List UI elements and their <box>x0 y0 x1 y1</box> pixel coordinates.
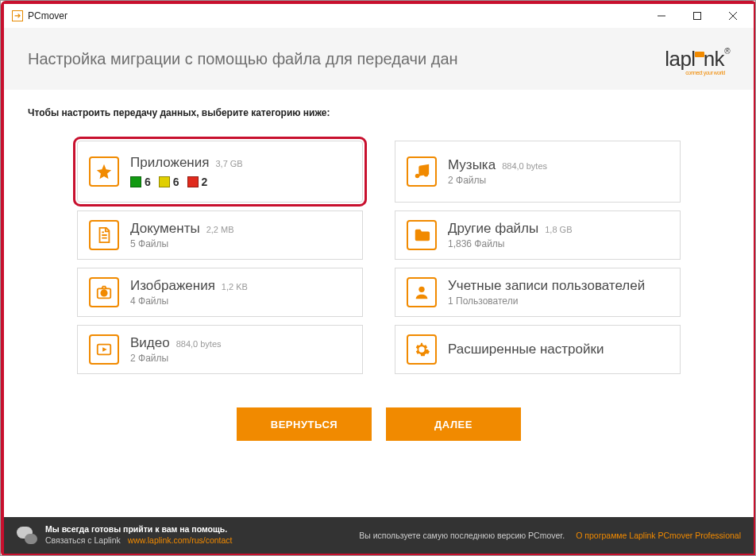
card-title: Расширенные настройки <box>448 342 604 357</box>
footer: Мы всегда готовы прийти к вам на помощь.… <box>4 517 754 554</box>
card-title: Музыка <box>448 157 496 173</box>
document-icon <box>89 220 119 250</box>
maximize-button[interactable] <box>679 5 715 27</box>
user-icon <box>407 277 437 307</box>
card-other-files[interactable]: Другие файлы 1,8 GB 1,836 Файлы <box>395 210 681 260</box>
badge-red-icon <box>187 176 199 187</box>
card-applications[interactable]: Приложения 3,7 GB 6 6 2 <box>77 141 363 203</box>
card-subtitle: 2 Файлы <box>448 175 547 186</box>
window-controls <box>643 5 750 27</box>
card-title: Учетные записи пользователей <box>448 278 645 294</box>
badge-green-icon <box>130 176 141 187</box>
music-icon <box>407 156 437 187</box>
badge-yellow-icon <box>159 176 170 187</box>
card-subtitle: 4 Файлы <box>130 295 248 307</box>
app-icon: ➔ <box>12 10 23 21</box>
card-subtitle: 2 Файлы <box>130 353 222 364</box>
card-user-accounts[interactable]: Учетные записи пользователей 1 Пользоват… <box>395 268 681 317</box>
play-icon <box>89 334 119 365</box>
page-title: Настройка миграции с помощью файла для п… <box>28 50 458 68</box>
header: Настройка миграции с помощью файла для п… <box>4 28 754 90</box>
logo-dot-icon <box>699 52 704 57</box>
footer-help-title: Мы всегда готовы прийти к вам на помощь. <box>45 524 233 535</box>
content-area: Чтобы настроить передачу данных, выберит… <box>4 90 754 517</box>
card-title: Приложения <box>130 155 209 171</box>
card-music[interactable]: Музыка 884,0 bytes 2 Файлы <box>395 141 681 203</box>
about-link[interactable]: О программе Laplink PCmover Professional <box>576 531 741 540</box>
card-documents[interactable]: Документы 2,2 MB 5 Файлы <box>77 210 363 260</box>
camera-icon <box>89 277 119 307</box>
minimize-button[interactable] <box>643 5 679 27</box>
category-grid: Приложения 3,7 GB 6 6 2 Музыка 884,0 byt… <box>77 141 681 374</box>
contact-link[interactable]: www.laplink.com/rus/contact <box>128 535 233 545</box>
card-title: Видео <box>130 335 170 351</box>
next-button[interactable]: ДАЛЕЕ <box>386 407 521 441</box>
star-icon <box>89 156 119 187</box>
svg-point-6 <box>418 287 424 292</box>
card-subtitle: 1,836 Файлы <box>448 238 572 249</box>
laplink-logo: laplnk® connect your world <box>665 47 730 71</box>
card-title: Документы <box>130 221 200 237</box>
folder-icon <box>407 220 437 250</box>
titlebar: ➔ PCmover <box>4 4 754 28</box>
chat-icon <box>17 525 37 546</box>
card-size: 2,2 MB <box>206 225 234 234</box>
button-row: ВЕРНУТЬСЯ ДАЛЕЕ <box>28 407 730 441</box>
footer-contact: Связаться с Laplink www.laplink.com/rus/… <box>45 535 233 546</box>
card-size: 3,7 GB <box>215 159 242 168</box>
card-subtitle: 1 Пользователи <box>448 295 645 307</box>
version-text: Вы используете самую последнюю версию PC… <box>359 531 565 540</box>
instruction-text: Чтобы настроить передачу данных, выберит… <box>28 107 730 118</box>
gear-icon <box>407 334 437 365</box>
card-size: 884,0 bytes <box>176 339 222 349</box>
window-title: PCmover <box>28 10 68 21</box>
card-images[interactable]: Изображения 1,2 KB 4 Файлы <box>77 268 363 317</box>
card-size: 1,2 KB <box>222 282 248 292</box>
card-subtitle: 5 Файлы <box>130 238 234 249</box>
card-size: 1,8 GB <box>545 225 572 234</box>
card-advanced[interactable]: Расширенные настройки <box>395 325 681 374</box>
close-button[interactable] <box>715 5 750 27</box>
card-title: Другие файлы <box>448 221 538 237</box>
back-button[interactable]: ВЕРНУТЬСЯ <box>237 407 372 441</box>
card-size: 884,0 bytes <box>502 161 547 171</box>
card-video[interactable]: Видео 884,0 bytes 2 Файлы <box>77 325 363 374</box>
svg-rect-1 <box>693 13 700 20</box>
svg-point-5 <box>101 290 106 295</box>
card-title: Изображения <box>130 278 215 294</box>
app-status-badges: 6 6 2 <box>130 176 243 188</box>
